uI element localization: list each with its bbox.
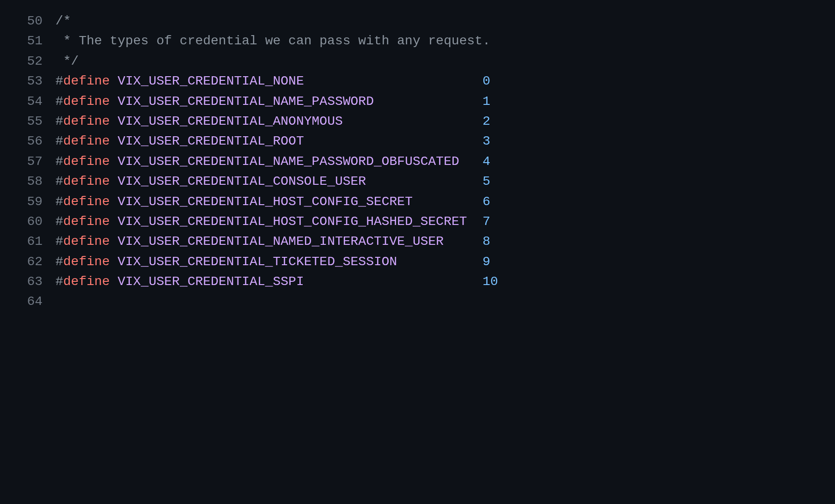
code-line: 61#define VIX_USER_CREDENTIAL_NAMED_INTE… (6, 231, 824, 251)
comment-text: /* (55, 14, 71, 28)
preproc-directive: define (63, 154, 110, 169)
code-content: #define VIX_USER_CREDENTIAL_SSPI 10 (55, 272, 498, 291)
preproc-hash: # (55, 234, 63, 249)
preproc-hash: # (55, 194, 63, 209)
code-line: 56#define VIX_USER_CREDENTIAL_ROOT 3 (6, 131, 824, 151)
line-number: 55 (6, 111, 55, 131)
line-number: 59 (6, 192, 55, 212)
code-content (55, 291, 63, 311)
macro-value: 9 (482, 255, 490, 269)
preproc-directive: define (63, 255, 110, 269)
line-number: 53 (6, 71, 55, 91)
code-line: 53#define VIX_USER_CREDENTIAL_NONE 0 (6, 71, 824, 91)
macro-value: 3 (482, 134, 490, 148)
macro-value: 5 (482, 174, 490, 188)
line-number: 64 (6, 291, 55, 311)
preproc-hash: # (55, 174, 63, 188)
code-line: 58#define VIX_USER_CREDENTIAL_CONSOLE_US… (6, 171, 824, 191)
code-content: #define VIX_USER_CREDENTIAL_NAMED_INTERA… (55, 231, 490, 251)
preproc-directive: define (63, 174, 110, 188)
preproc-directive: define (63, 214, 110, 229)
preproc-directive: define (63, 114, 110, 128)
code-line: 51 * The types of credential we can pass… (6, 31, 824, 51)
line-number: 57 (6, 152, 55, 171)
code-block: 50/*51 * The types of credential we can … (0, 0, 835, 323)
code-content: * The types of credential we can pass wi… (55, 31, 490, 51)
macro-name: VIX_USER_CREDENTIAL_ANONYMOUS (117, 114, 342, 128)
code-content: #define VIX_USER_CREDENTIAL_HOST_CONFIG_… (55, 192, 490, 212)
preproc-hash: # (55, 255, 63, 269)
macro-value: 10 (482, 274, 498, 289)
code-content: #define VIX_USER_CREDENTIAL_NAME_PASSWOR… (55, 152, 490, 171)
preproc-hash: # (55, 74, 63, 88)
macro-name: VIX_USER_CREDENTIAL_ROOT (117, 134, 304, 148)
code-line: 63#define VIX_USER_CREDENTIAL_SSPI 10 (6, 272, 824, 291)
macro-value: 6 (482, 194, 490, 209)
preproc-directive: define (63, 194, 110, 209)
macro-value: 0 (482, 74, 490, 88)
code-line: 60#define VIX_USER_CREDENTIAL_HOST_CONFI… (6, 212, 824, 231)
macro-value: 1 (482, 94, 490, 109)
code-line: 59#define VIX_USER_CREDENTIAL_HOST_CONFI… (6, 192, 824, 212)
macro-name: VIX_USER_CREDENTIAL_HOST_CONFIG_HASHED_S… (117, 214, 467, 229)
macro-name: VIX_USER_CREDENTIAL_TICKETED_SESSION (117, 255, 397, 269)
code-line: 64 (6, 291, 824, 311)
preproc-directive: define (63, 74, 110, 88)
code-content: #define VIX_USER_CREDENTIAL_NAME_PASSWOR… (55, 91, 490, 111)
line-number: 60 (6, 212, 55, 231)
macro-value: 4 (482, 154, 490, 169)
code-content: #define VIX_USER_CREDENTIAL_NONE 0 (55, 71, 490, 91)
preproc-hash: # (55, 94, 63, 109)
preproc-hash: # (55, 154, 63, 169)
code-content: #define VIX_USER_CREDENTIAL_ROOT 3 (55, 131, 490, 151)
line-number: 52 (6, 51, 55, 71)
comment-text: */ (55, 54, 79, 68)
line-number: 51 (6, 31, 55, 51)
macro-name: VIX_USER_CREDENTIAL_NAMED_INTERACTIVE_US… (117, 234, 444, 249)
preproc-directive: define (63, 134, 110, 148)
macro-name: VIX_USER_CREDENTIAL_NONE (117, 74, 304, 88)
macro-value: 2 (482, 114, 490, 128)
code-line: 62#define VIX_USER_CREDENTIAL_TICKETED_S… (6, 252, 824, 272)
code-content: #define VIX_USER_CREDENTIAL_TICKETED_SES… (55, 252, 490, 272)
preproc-hash: # (55, 274, 63, 289)
code-line: 54#define VIX_USER_CREDENTIAL_NAME_PASSW… (6, 91, 824, 111)
line-number: 54 (6, 91, 55, 111)
code-line: 52 */ (6, 51, 824, 71)
comment-text: * The types of credential we can pass wi… (55, 34, 490, 48)
preproc-directive: define (63, 94, 110, 109)
macro-name: VIX_USER_CREDENTIAL_NAME_PASSWORD_OBFUSC… (117, 154, 459, 169)
line-number: 56 (6, 131, 55, 151)
preproc-hash: # (55, 114, 63, 128)
code-content: */ (55, 51, 79, 71)
code-content: #define VIX_USER_CREDENTIAL_HOST_CONFIG_… (55, 212, 490, 231)
preproc-hash: # (55, 214, 63, 229)
line-number: 58 (6, 171, 55, 191)
macro-value: 8 (482, 234, 490, 249)
code-content: #define VIX_USER_CREDENTIAL_ANONYMOUS 2 (55, 111, 490, 131)
macro-name: VIX_USER_CREDENTIAL_HOST_CONFIG_SECRET (117, 194, 413, 209)
preproc-directive: define (63, 234, 110, 249)
preproc-directive: define (63, 274, 110, 289)
line-number: 61 (6, 231, 55, 251)
macro-name: VIX_USER_CREDENTIAL_SSPI (117, 274, 304, 289)
line-number: 50 (6, 11, 55, 31)
macro-name: VIX_USER_CREDENTIAL_CONSOLE_USER (117, 174, 366, 188)
code-line: 50/* (6, 11, 824, 31)
line-number: 63 (6, 272, 55, 291)
macro-value: 7 (482, 214, 490, 229)
code-line: 57#define VIX_USER_CREDENTIAL_NAME_PASSW… (6, 152, 824, 171)
line-number: 62 (6, 252, 55, 272)
macro-name: VIX_USER_CREDENTIAL_NAME_PASSWORD (117, 94, 374, 109)
preproc-hash: # (55, 134, 63, 148)
code-content: #define VIX_USER_CREDENTIAL_CONSOLE_USER… (55, 171, 490, 191)
code-content: /* (55, 11, 71, 31)
code-line: 55#define VIX_USER_CREDENTIAL_ANONYMOUS … (6, 111, 824, 131)
